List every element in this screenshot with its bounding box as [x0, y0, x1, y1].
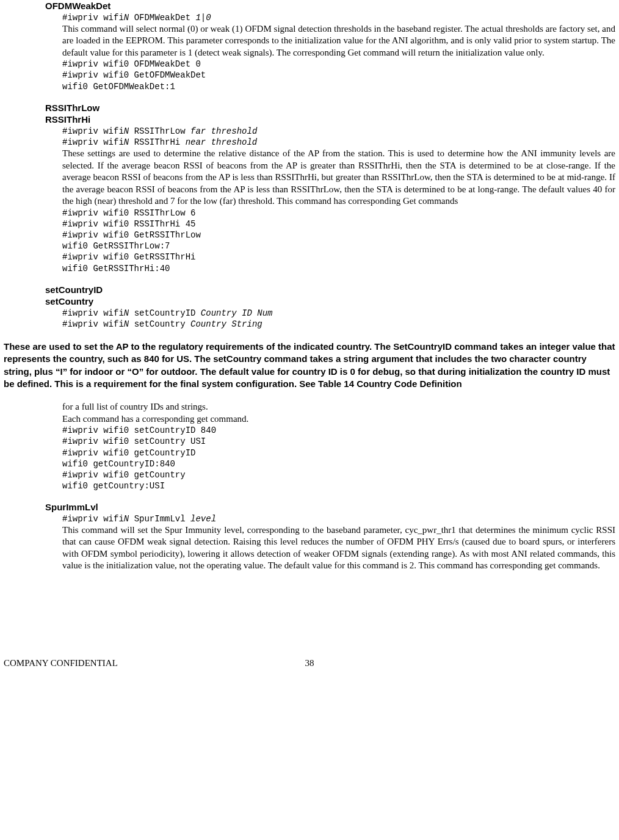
footer-confidential: COMPANY CONFIDENTIAL	[4, 657, 118, 670]
footer-page-number: 38	[305, 657, 314, 670]
section-title-ofdm: OFDMWeakDet	[45, 0, 615, 12]
example-ofdm-3: wifi0 GetOFDMWeakDet:1	[62, 81, 615, 92]
country-bold-paragraph: These are used to set the AP to the regu…	[4, 341, 615, 390]
example-country-6: wifi0 getCountry:USI	[62, 480, 615, 491]
example-rssi-4: wifi0 GetRSSIThrLow:7	[62, 241, 615, 252]
usage-spur: #iwpriv wifiN SpurImmLvl level	[62, 513, 615, 524]
desc-ofdm: This command will select normal (0) or w…	[62, 23, 615, 59]
example-country-1: #iwpriv wifi0 setCountryID 840	[62, 425, 615, 436]
example-rssi-3: #iwpriv wifi0 GetRSSIThrLow	[62, 230, 615, 241]
example-ofdm-1: #iwpriv wifi0 OFDMWeakDet 0	[62, 59, 615, 70]
country-prose-2: Each command has a corresponding get com…	[62, 413, 615, 425]
section-title-spur: SpurImmLvl	[45, 501, 615, 513]
example-rssi-5: #iwpriv wifi0 GetRSSIThrHi	[62, 252, 615, 262]
country-prose-1: for a full list of country IDs and strin…	[62, 401, 615, 413]
section-title-setcountry: setCountry	[45, 295, 615, 308]
desc-spur: This command will set the Spur Immunity …	[62, 524, 615, 572]
usage-rssi-low: #iwpriv wifiN RSSIThrLow far threshold	[62, 126, 615, 137]
example-rssi-1: #iwpriv wifi0 RSSIThrLow 6	[62, 208, 615, 219]
usage-ofdm: #iwpriv wifiN OFDMWeakDet 1|0	[62, 12, 615, 23]
section-title-rssithrhi: RSSIThrHi	[45, 114, 615, 126]
section-title-rssithrlow: RSSIThrLow	[45, 102, 615, 114]
example-rssi-6: wifi0 GetRSSIThrHi:40	[62, 263, 615, 274]
usage-rssi-hi: #iwpriv wifiN RSSIThrHi near threshold	[62, 137, 615, 148]
usage-country-id: #iwpriv wifiN setCountryID Country ID Nu…	[62, 308, 615, 319]
example-country-3: #iwpriv wifi0 getCountryID	[62, 447, 615, 458]
example-country-4: wifi0 getCountryID:840	[62, 458, 615, 469]
example-country-5: #iwpriv wifi0 getCountry	[62, 469, 615, 480]
example-rssi-2: #iwpriv wifi0 RSSIThrHi 45	[62, 219, 615, 230]
section-title-setcountryid: setCountryID	[45, 284, 615, 296]
example-country-2: #iwpriv wifi0 setCountry USI	[62, 436, 615, 447]
desc-rssi: These settings are used to determine the…	[62, 148, 615, 208]
usage-country-str: #iwpriv wifiN setCountry Country String	[62, 319, 615, 330]
example-ofdm-2: #iwpriv wifi0 GetOFDMWeakDet	[62, 70, 615, 81]
